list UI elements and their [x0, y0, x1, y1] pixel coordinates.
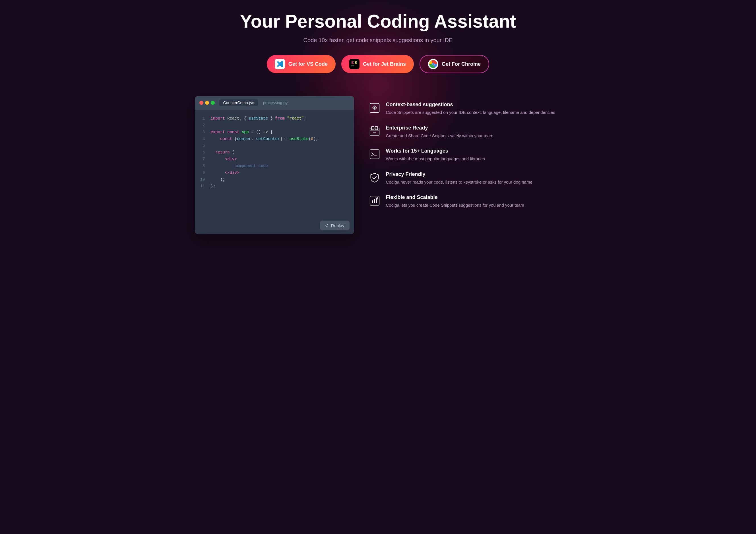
cta-buttons-group: Get for VS Code Get for Jet Brains [195, 55, 561, 73]
jetbrains-button-label: Get for Jet Brains [363, 61, 406, 67]
feature-scalable-desc: Codiga lets you create Code Snippets sug… [386, 202, 524, 209]
feature-context-desc: Code Snippets are suggested on your IDE … [386, 109, 555, 116]
context-icon [368, 101, 381, 114]
editor-footer: ↺ Replay [195, 218, 354, 234]
vscode-button[interactable]: Get for VS Code [267, 55, 336, 73]
main-content: CounterComp.jsx processing.py 1 import R… [195, 96, 561, 234]
vscode-button-label: Get for VS Code [288, 61, 328, 67]
code-line-10: 10 ); [200, 177, 350, 183]
enterprise-icon [368, 125, 381, 137]
feature-privacy-title: Privacy Friendly [386, 171, 532, 177]
code-editor: CounterComp.jsx processing.py 1 import R… [195, 96, 354, 234]
traffic-lights [200, 101, 215, 105]
feature-languages-desc: Works with the most popular languages an… [386, 156, 485, 162]
code-line-11: 11 }; [200, 183, 350, 190]
chrome-button[interactable]: Get For Chrome [419, 55, 489, 73]
svg-rect-1 [351, 66, 354, 66]
chrome-button-label: Get For Chrome [442, 61, 481, 67]
svg-point-7 [374, 107, 375, 109]
feature-scalable-title: Flexible and Scalable [386, 194, 524, 200]
feature-context-text: Context-based suggestions Code Snippets … [386, 101, 555, 116]
code-line-3: 3 export const App = () => { [200, 129, 350, 136]
feature-enterprise-title: Enterprise Ready [386, 125, 494, 131]
feature-privacy-desc: Codiga never reads your code, listens to… [386, 179, 532, 185]
feature-privacy-text: Privacy Friendly Codiga never reads your… [386, 171, 532, 185]
privacy-icon [368, 171, 381, 184]
code-line-2: 2 [200, 122, 350, 129]
feature-context: Context-based suggestions Code Snippets … [368, 101, 561, 116]
replay-label: Replay [331, 223, 344, 228]
traffic-light-red[interactable] [200, 101, 203, 105]
feature-scalable-text: Flexible and Scalable Codiga lets you cr… [386, 194, 524, 209]
feature-languages-title: Works for 15+ Languages [386, 148, 485, 154]
code-line-6: 6 return ( [200, 149, 350, 156]
hero-title: Your Personal Coding Assistant [195, 12, 561, 31]
feature-languages: Works for 15+ Languages Works with the m… [368, 148, 561, 162]
code-line-9: 9 </div> [200, 170, 350, 177]
jetbrains-button[interactable]: Get for Jet Brains [341, 55, 414, 73]
feature-privacy: Privacy Friendly Codiga never reads your… [368, 171, 561, 185]
code-line-8: 8 component code [200, 163, 350, 170]
traffic-light-yellow[interactable] [205, 101, 209, 105]
chrome-icon [428, 59, 438, 69]
svg-rect-13 [370, 150, 379, 159]
page-container: Your Personal Coding Assistant Code 10x … [189, 0, 567, 251]
hero-section: Your Personal Coding Assistant Code 10x … [195, 12, 561, 96]
scalable-icon [368, 194, 381, 207]
editor-titlebar: CounterComp.jsx processing.py [195, 96, 354, 110]
features-list: Context-based suggestions Code Snippets … [368, 96, 561, 209]
feature-enterprise-desc: Create and Share Code Snippets safely wi… [386, 133, 494, 139]
tab-counter-comp[interactable]: CounterComp.jsx [219, 99, 258, 106]
languages-icon [368, 148, 381, 160]
feature-enterprise-text: Enterprise Ready Create and Share Code S… [386, 125, 494, 139]
code-line-4: 4 const [conter, setCounter] = useState(… [200, 136, 350, 143]
feature-scalable: Flexible and Scalable Codiga lets you cr… [368, 194, 561, 209]
feature-enterprise: Enterprise Ready Create and Share Code S… [368, 125, 561, 139]
editor-tabs: CounterComp.jsx processing.py [219, 99, 292, 106]
editor-body: 1 import React, { useState } from "react… [195, 110, 354, 218]
code-line-7: 7 <div> [200, 156, 350, 163]
hero-subtitle: Code 10x faster, get code snippets sugge… [195, 37, 561, 43]
feature-context-title: Context-based suggestions [386, 101, 555, 108]
jetbrains-icon [349, 59, 360, 69]
code-line-1: 1 import React, { useState } from "react… [200, 115, 350, 122]
feature-languages-text: Works for 15+ Languages Works with the m… [386, 148, 485, 162]
vscode-icon [275, 59, 285, 69]
tab-processing[interactable]: processing.py [259, 99, 291, 106]
replay-icon: ↺ [325, 223, 329, 228]
code-line-5: 5 [200, 143, 350, 150]
svg-point-5 [432, 63, 434, 65]
traffic-light-green[interactable] [211, 101, 215, 105]
replay-button[interactable]: ↺ Replay [320, 221, 350, 230]
